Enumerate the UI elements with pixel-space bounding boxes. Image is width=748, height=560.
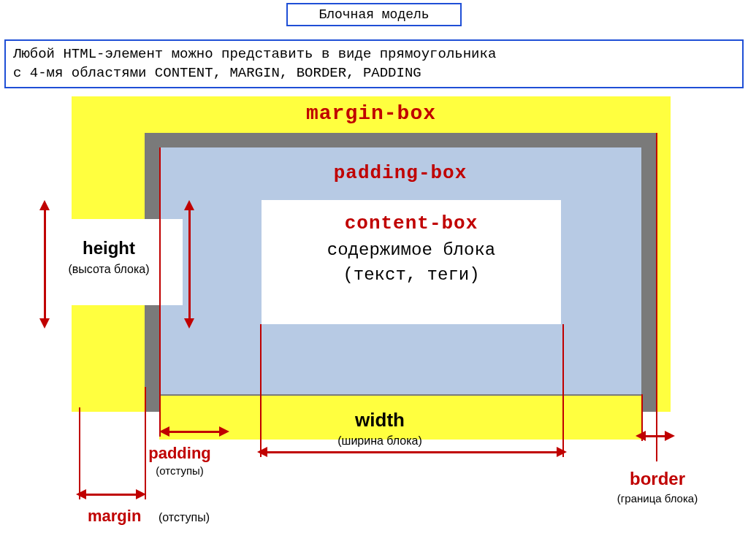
padding-box-area: padding-box content-box содержимое блока…: [159, 147, 641, 394]
padding-callout: padding (отступы): [129, 441, 231, 480]
padding-arrow-left: [159, 426, 169, 437]
content-box-label: content-box: [262, 210, 561, 238]
width-arrow-right: [557, 447, 567, 457]
height-arrow-down: [184, 318, 194, 329]
margin-arrow-left: [76, 489, 86, 499]
intro-box: Любой HTML-элемент можно представить в в…: [4, 39, 744, 88]
intro-areas-kw: content, margin, border, padding: [155, 65, 421, 81]
padding-arrow-right: [219, 426, 229, 437]
height-arrow-up: [184, 200, 194, 210]
guide-margin-left: [79, 407, 80, 499]
margin-arrow-line: [85, 494, 137, 496]
intro-l2a: с 4-мя областями: [13, 65, 155, 81]
width-callout: width (ширина блока): [219, 409, 541, 448]
width-arrow-left: [257, 447, 267, 457]
intro-l1c: -элемент можно представить в виде прямоу…: [96, 46, 496, 62]
intro-l1a: Любой: [13, 46, 63, 62]
guide-margin-right: [145, 387, 146, 499]
guide-border-left: [641, 394, 643, 441]
padding-sub: (отступы): [129, 464, 231, 477]
margin-sub: (отступы): [159, 511, 210, 524]
border-arrow-line: [644, 435, 666, 437]
padding-arrow-line: [168, 431, 221, 433]
border-sub: (граница блока): [577, 492, 738, 505]
border-callout: border (граница блока): [577, 464, 738, 509]
guide-content-left: [260, 324, 262, 457]
guide-content-right: [562, 324, 564, 457]
intro-html-kw: HTML: [63, 46, 96, 62]
margin-callout: margin (отступы): [88, 507, 299, 526]
height-arrow2-down: [39, 318, 50, 329]
padding-label: padding: [129, 444, 231, 463]
guide-padding-left: [159, 147, 161, 437]
height-arrow-line: [188, 207, 191, 321]
border-label: border: [577, 469, 738, 489]
title-box: Блочная модель: [286, 3, 462, 26]
content-desc-1: содержимое блока: [262, 238, 561, 264]
content-desc-2: (текст, теги): [262, 263, 561, 288]
guide-border-right: [656, 133, 657, 461]
padding-box-label: padding-box: [159, 162, 641, 184]
margin-label: margin: [88, 507, 141, 526]
border-arrow-right: [665, 431, 675, 441]
title-text: Блочная модель: [318, 7, 429, 22]
margin-box-label: margin-box: [72, 102, 671, 125]
border-arrow-left: [636, 431, 646, 441]
height-arrow2-line: [44, 207, 46, 321]
width-sub: (ширина блока): [219, 434, 541, 448]
width-arrow-line: [266, 451, 558, 453]
height-arrow2-up: [39, 200, 50, 210]
content-box-area: content-box содержимое блока (текст, тег…: [262, 200, 561, 324]
width-label: width: [219, 409, 541, 431]
border-box-area: padding-box content-box содержимое блока…: [145, 133, 656, 412]
